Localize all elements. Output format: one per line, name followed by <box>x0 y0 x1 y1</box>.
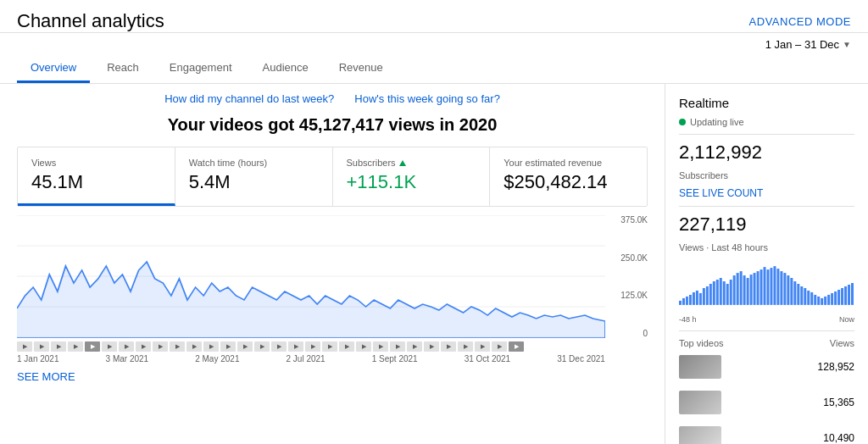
triangle-up-icon <box>399 160 406 166</box>
thumb-play-item[interactable]: ▶ <box>509 341 524 352</box>
stat-card-revenue[interactable]: Your estimated revenue $250,482.14 <box>490 147 647 206</box>
thumb-item: ▶ <box>475 341 490 352</box>
svg-rect-41 <box>800 286 803 305</box>
tab-revenue[interactable]: Revenue <box>326 54 397 83</box>
tab-reach[interactable]: Reach <box>93 54 153 83</box>
date-range-label: 1 Jan – 31 Dec <box>765 38 839 51</box>
svg-rect-13 <box>706 286 709 305</box>
date-selector[interactable]: 1 Jan – 31 Dec ▼ <box>0 33 868 51</box>
svg-rect-43 <box>807 291 810 305</box>
svg-rect-38 <box>790 278 793 305</box>
stat-card-subscribers[interactable]: Subscribers +115.1K <box>333 147 491 206</box>
thumb-item: ▶ <box>458 341 473 352</box>
headline: Your videos got 45,127,417 views in 2020 <box>17 115 648 135</box>
svg-rect-27 <box>754 273 756 305</box>
nav-tabs: Overview Reach Engagement Audience Reven… <box>0 54 868 84</box>
svg-rect-34 <box>776 269 779 305</box>
tab-audience[interactable]: Audience <box>249 54 322 83</box>
chart-svg <box>17 215 605 338</box>
svg-rect-31 <box>767 269 770 305</box>
realtime-chart <box>679 263 854 305</box>
stat-label-views: Views <box>31 158 161 168</box>
top-video-row: 15,365 <box>679 391 854 414</box>
question-link-this-week[interactable]: How's this week going so far? <box>354 92 500 105</box>
svg-rect-21 <box>733 275 736 305</box>
top-videos-header: Top videos Views <box>679 338 854 348</box>
thumb-item: ▶ <box>424 341 439 352</box>
thumb-item: ▶ <box>407 341 422 352</box>
svg-rect-8 <box>689 295 692 305</box>
svg-rect-55 <box>848 285 850 305</box>
divider <box>679 330 854 331</box>
tab-engagement[interactable]: Engagement <box>156 54 246 83</box>
stat-card-views[interactable]: Views 45.1M <box>18 147 175 206</box>
top-video-thumbnail <box>679 355 721 379</box>
thumb-item: ▶ <box>271 341 287 352</box>
top-video-views: 10,490 <box>728 432 854 444</box>
thumb-item: ▶ <box>203 341 219 352</box>
thumb-item: ▶ <box>237 341 253 352</box>
svg-rect-10 <box>696 291 698 305</box>
divider <box>679 206 854 207</box>
svg-rect-6 <box>682 298 685 305</box>
svg-rect-45 <box>814 295 816 305</box>
svg-rect-53 <box>841 288 843 305</box>
realtime-title: Realtime <box>679 96 854 110</box>
svg-rect-23 <box>740 271 743 305</box>
updating-live: Updating live <box>679 117 854 127</box>
thumb-item: ▶ <box>356 341 371 352</box>
thumbnail-strip: ▶ ▶ ▶ ▶ ▶ ▶ ▶ ▶ ▶ ▶ ▶ ▶ ▶ ▶ ▶ ▶ ▶ ▶ ▶ ▶ <box>17 341 648 352</box>
svg-rect-37 <box>787 275 789 305</box>
left-panel: How did my channel do last week? How's t… <box>0 84 665 444</box>
tab-overview[interactable]: Overview <box>17 54 90 83</box>
svg-rect-14 <box>709 284 712 305</box>
realtime-subscribers-label: Subscribers <box>679 170 854 180</box>
thumb-item: ▶ <box>492 341 507 352</box>
live-dot-icon <box>679 119 686 125</box>
svg-rect-26 <box>750 275 753 305</box>
svg-rect-48 <box>824 297 826 305</box>
stat-label-watchtime: Watch time (hours) <box>189 158 319 168</box>
svg-rect-51 <box>834 291 837 305</box>
thumb-item: ▶ <box>17 341 32 352</box>
see-more-button[interactable]: SEE MORE <box>17 370 75 383</box>
thumb-item: ▶ <box>170 341 185 352</box>
thumb-item: ▶ <box>220 341 236 352</box>
question-link-last-week[interactable]: How did my channel do last week? <box>164 92 334 105</box>
top-video-row: 10,490 <box>679 426 854 444</box>
svg-rect-16 <box>716 280 719 305</box>
svg-rect-54 <box>844 286 847 305</box>
top-video-row: 128,952 <box>679 355 854 379</box>
header: Channel analytics ADVANCED MODE <box>0 0 868 33</box>
svg-rect-25 <box>747 278 749 305</box>
svg-rect-47 <box>821 298 823 305</box>
thumb-item: ▶ <box>68 341 83 352</box>
svg-rect-44 <box>810 292 813 305</box>
svg-rect-35 <box>780 271 782 305</box>
svg-rect-50 <box>831 293 833 305</box>
svg-rect-19 <box>726 284 729 305</box>
thumb-item: ▶ <box>373 341 388 352</box>
realtime-subscribers-value: 2,112,992 <box>679 142 854 164</box>
stat-card-watchtime[interactable]: Watch time (hours) 5.4M <box>175 147 333 206</box>
svg-rect-24 <box>743 275 746 305</box>
svg-rect-17 <box>720 278 722 305</box>
thumb-item: ▶ <box>322 341 337 352</box>
thumb-play-item[interactable]: ▶ <box>85 341 100 352</box>
stat-value-revenue: $250,482.14 <box>504 171 633 193</box>
thumb-item: ▶ <box>119 341 134 352</box>
svg-rect-40 <box>797 284 799 305</box>
realtime-views-value: 227,119 <box>679 214 854 236</box>
thumb-item: ▶ <box>136 341 151 352</box>
svg-rect-20 <box>730 280 732 305</box>
thumb-item: ▶ <box>339 341 354 352</box>
svg-rect-7 <box>686 297 688 305</box>
svg-rect-29 <box>760 269 763 305</box>
stat-value-subscribers: +115.1K <box>347 171 476 193</box>
top-video-views: 128,952 <box>728 361 854 373</box>
see-live-count-button[interactable]: SEE LIVE COUNT <box>679 187 854 199</box>
thumb-item: ▶ <box>102 341 117 352</box>
thumb-item: ▶ <box>186 341 202 352</box>
chevron-down-icon: ▼ <box>843 40 851 49</box>
advanced-mode-button[interactable]: ADVANCED MODE <box>749 15 851 28</box>
